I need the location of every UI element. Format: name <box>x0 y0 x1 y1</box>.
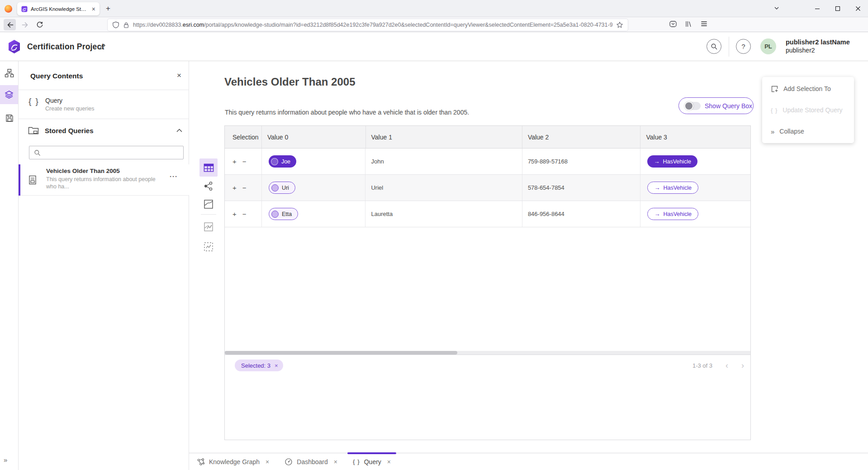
tab-label: Query <box>364 458 381 465</box>
arcgis-favicon <box>21 6 28 12</box>
browser-titlebar: ArcGIS Knowledge Studio × + <box>0 0 868 17</box>
toggle-track[interactable] <box>685 102 701 110</box>
column-header-selection[interactable]: Selection <box>225 126 262 148</box>
menu-item-update-stored-query[interactable]: { } Update Stored Query <box>762 100 854 120</box>
back-button[interactable] <box>4 19 16 30</box>
tab-dashboard[interactable]: Dashboard × <box>277 453 345 470</box>
project-title: Certification Project <box>27 42 104 52</box>
add-to-selection-button[interactable]: + <box>232 158 237 165</box>
add-selection-icon <box>771 85 778 93</box>
tab-close-icon[interactable]: × <box>266 458 269 465</box>
lock-icon[interactable] <box>123 22 129 29</box>
edit-title-icon[interactable] <box>99 43 106 50</box>
cell-value1[interactable]: Lauretta <box>365 201 522 227</box>
stored-query-description: This query returns information about peo… <box>46 176 160 190</box>
relationship-chip[interactable]: →HasVehicle <box>647 208 698 220</box>
browser-tab[interactable]: ArcGIS Knowledge Studio × <box>17 2 100 15</box>
user-info[interactable]: publisher2 lastName publisher2 <box>786 38 850 54</box>
remove-from-selection-button[interactable]: − <box>242 184 247 191</box>
remove-from-selection-button[interactable]: − <box>242 158 247 165</box>
avatar[interactable]: PL <box>760 38 776 54</box>
menu-item-add-selection-to[interactable]: Add Selection To <box>762 79 854 99</box>
column-header-value1[interactable]: Value 1 <box>366 126 522 148</box>
panel-title: Query Contents <box>30 72 83 80</box>
entity-chip[interactable]: Uri <box>269 182 295 194</box>
map-pin-icon <box>203 221 214 232</box>
relationship-chip[interactable]: →HasVehicle <box>647 155 697 168</box>
url-bar[interactable]: https://dev0028833.esri.com/portal/apps/… <box>108 19 628 31</box>
refresh-button[interactable] <box>33 19 46 30</box>
collapse-section-icon[interactable] <box>176 128 183 133</box>
add-to-selection-button[interactable]: + <box>232 211 237 217</box>
cell-value2[interactable]: 759-889-57168 <box>522 149 641 174</box>
tab-query-active[interactable]: { } Query × <box>345 453 398 470</box>
column-header-value3[interactable]: Value 3 <box>640 126 750 148</box>
stored-query-item-selected[interactable]: Vehicles Older Than 2005 This query retu… <box>19 164 189 196</box>
search-button[interactable] <box>707 39 721 54</box>
menu-item-collapse[interactable]: » Collapse <box>762 121 854 141</box>
dashed-selection-icon <box>203 241 214 252</box>
selection-area-tool[interactable] <box>199 238 218 256</box>
tab-close-icon[interactable]: × <box>387 458 391 465</box>
selected-count-chip[interactable]: Selected: 3 × <box>235 360 283 371</box>
previous-page-icon[interactable]: ‹ <box>726 361 728 369</box>
menu-icon[interactable] <box>700 20 708 28</box>
map-tool[interactable] <box>199 195 218 213</box>
column-header-value0[interactable]: Value 0 <box>262 126 366 148</box>
library-icon[interactable] <box>684 20 693 28</box>
tab-close-icon[interactable]: × <box>334 458 337 465</box>
clear-selection-icon[interactable]: × <box>275 362 278 369</box>
window-maximize-button[interactable] <box>827 0 848 17</box>
search-input[interactable] <box>44 149 183 156</box>
arrow-right-icon: → <box>654 158 659 164</box>
entity-chip[interactable]: Joe <box>269 155 296 168</box>
relationship-label: HasVehicle <box>663 211 692 217</box>
pocket-icon[interactable] <box>669 20 677 28</box>
page-title: Vehicles Older Than 2005 <box>224 76 355 88</box>
tab-knowledge-graph[interactable]: Knowledge Graph × <box>189 453 277 470</box>
avatar-initials: PL <box>764 43 772 50</box>
dashboard-gauge-icon <box>285 458 293 466</box>
tab-close-icon[interactable]: × <box>92 6 95 12</box>
expand-rail-icon[interactable]: » <box>4 456 7 464</box>
stored-queries-search[interactable] <box>29 146 184 159</box>
show-query-box-toggle[interactable]: Show Query Box <box>678 97 754 114</box>
remove-from-selection-button[interactable]: − <box>242 211 247 217</box>
layers-tool-selected[interactable] <box>0 85 18 104</box>
cell-value2[interactable]: 846-956-8644 <box>522 201 641 227</box>
link-chart-tool[interactable] <box>199 177 218 195</box>
list-tabs-icon[interactable] <box>773 5 780 11</box>
new-tab-button[interactable]: + <box>103 4 113 14</box>
add-to-selection-button[interactable]: + <box>232 184 237 191</box>
map-icon <box>203 199 214 210</box>
entity-dot-icon <box>271 184 279 192</box>
bookmark-star-icon[interactable] <box>616 21 623 29</box>
toolstrip-divider <box>201 214 216 215</box>
entity-chip[interactable]: Etta <box>269 208 298 220</box>
next-page-icon[interactable]: › <box>741 361 744 369</box>
forward-button[interactable] <box>19 19 31 30</box>
window-close-button[interactable] <box>848 0 868 17</box>
scrollbar-thumb[interactable] <box>225 351 457 355</box>
cell-value2[interactable]: 578-654-7854 <box>522 175 641 201</box>
save-icon[interactable] <box>4 113 14 123</box>
cell-value1[interactable]: John <box>365 149 522 174</box>
braces-icon: { } <box>771 107 778 114</box>
column-header-value2[interactable]: Value 2 <box>522 126 641 148</box>
data-model-icon[interactable] <box>4 68 14 78</box>
table-footer: Selected: 3 × 1-3 of 3 ‹ › <box>225 355 750 376</box>
table-view-tool-selected[interactable] <box>199 158 218 177</box>
query-item[interactable]: { } Query Create new queries <box>19 90 189 119</box>
tracking-protection-shield-icon[interactable] <box>112 21 119 29</box>
horizontal-scrollbar[interactable] <box>225 351 750 355</box>
firefox-icon <box>5 5 12 13</box>
map-selection-tool[interactable] <box>199 218 218 236</box>
more-options-icon[interactable]: ··· <box>170 173 178 180</box>
panel-close-icon[interactable]: × <box>177 71 181 80</box>
pagination-label: 1-3 of 3 <box>693 362 712 369</box>
window-minimize-button[interactable] <box>807 0 827 17</box>
toggle-knob[interactable] <box>684 101 693 110</box>
relationship-chip[interactable]: →HasVehicle <box>647 182 698 194</box>
cell-value1[interactable]: Uriel <box>365 175 522 201</box>
help-button[interactable]: ? <box>736 39 751 54</box>
